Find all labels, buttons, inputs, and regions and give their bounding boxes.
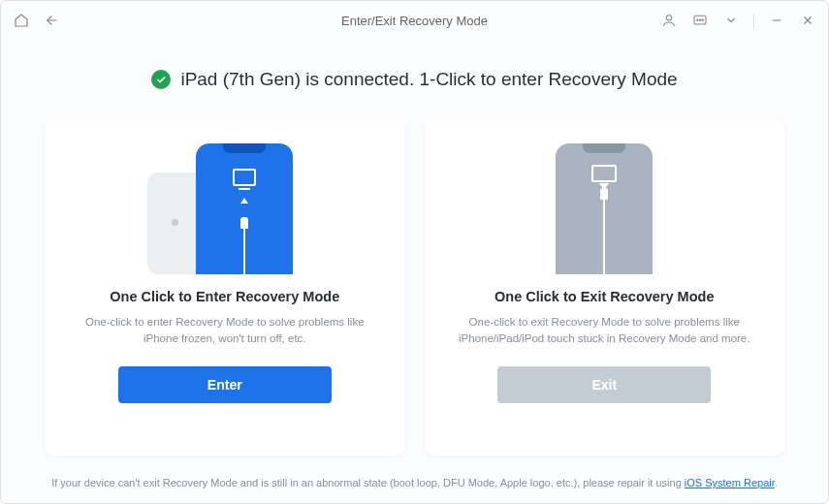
enter-illustration — [138, 143, 312, 274]
enter-recovery-card: One Click to Enter Recovery Mode One-cli… — [45, 119, 405, 456]
home-icon[interactable] — [13, 12, 30, 29]
svg-point-4 — [702, 19, 703, 20]
cards-container: One Click to Enter Recovery Mode One-cli… — [1, 119, 828, 456]
minimize-icon[interactable] — [768, 12, 785, 29]
exit-illustration — [517, 143, 691, 274]
divider — [753, 14, 754, 27]
footer-suffix: . — [775, 477, 778, 488]
status-line: iPad (7th Gen) is connected. 1-Click to … — [1, 69, 828, 90]
status-text: iPad (7th Gen) is connected. 1-Click to … — [180, 69, 677, 90]
enter-button[interactable]: Enter — [118, 366, 332, 403]
enter-card-desc: One-click to enter Recovery Mode to solv… — [74, 314, 376, 349]
exit-button[interactable]: Exit — [497, 366, 711, 403]
footer-prefix: If your device can't exit Recovery Mode … — [51, 477, 685, 488]
close-icon[interactable] — [799, 12, 816, 29]
exit-card-desc: One-click to exit Recovery Mode to solve… — [454, 314, 756, 349]
check-circle-icon — [151, 70, 171, 89]
footer-note: If your device can't exit Recovery Mode … — [1, 456, 828, 503]
user-icon[interactable] — [660, 12, 678, 29]
back-icon[interactable] — [44, 12, 61, 29]
enter-card-title: One Click to Enter Recovery Mode — [110, 289, 339, 304]
titlebar-left — [13, 12, 61, 29]
svg-point-2 — [697, 19, 698, 20]
svg-point-3 — [699, 19, 700, 20]
feedback-icon[interactable] — [691, 12, 709, 29]
ios-system-repair-link[interactable]: iOS System Repair — [685, 477, 775, 488]
app-window: Enter/Exit Recovery Mode iPad (7th Gen) — [0, 0, 829, 504]
titlebar-right — [660, 12, 816, 29]
svg-point-0 — [666, 16, 671, 20]
window-title: Enter/Exit Recovery Mode — [341, 14, 488, 28]
exit-recovery-card: One Click to Exit Recovery Mode One-clic… — [425, 119, 785, 456]
exit-card-title: One Click to Exit Recovery Mode — [494, 289, 714, 304]
titlebar: Enter/Exit Recovery Mode — [1, 1, 828, 40]
chevron-down-icon[interactable] — [722, 12, 740, 29]
